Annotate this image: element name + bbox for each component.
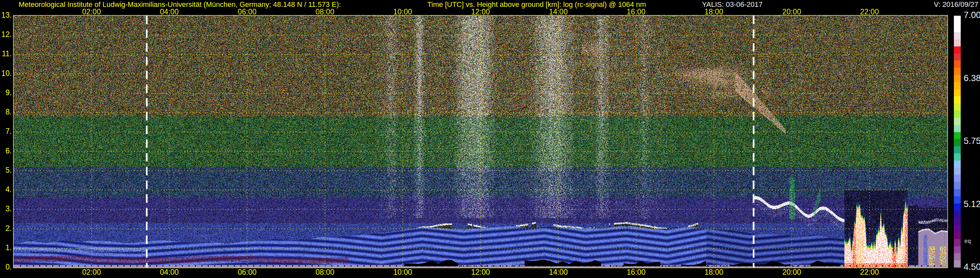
colorbar-segment: [954, 68, 961, 75]
colorbar-segment: [954, 175, 961, 182]
y-axis-tick: 1.: [0, 244, 12, 251]
colorbar-segment: [954, 153, 961, 161]
x-axis-tick-top: 22:00: [860, 8, 879, 16]
x-axis-tick-bottom: 04:00: [160, 268, 179, 276]
colorbar-tick-label: 5.75: [964, 137, 980, 145]
colorbar-segment: [954, 189, 961, 196]
plot-area: [13, 15, 948, 268]
colorbar-segment: [954, 118, 961, 125]
colorbar-segment: [954, 225, 961, 232]
colorbar-segment: [954, 210, 961, 217]
lidar-quicklook-page: Meteorological Institute of Ludwig-Maxim…: [0, 0, 980, 278]
colorbar-segment: [954, 217, 961, 225]
colorbar-segment: [954, 182, 961, 189]
colorbar-segment: [954, 232, 961, 239]
y-axis-tick: 10.: [0, 70, 12, 77]
colorbar-segment: [954, 260, 961, 268]
x-axis-tick-top: 08:00: [315, 8, 334, 16]
colorbar-segment: [954, 39, 961, 46]
x-axis-tick-top: 20:00: [783, 8, 801, 16]
colorbar-segment: [954, 54, 961, 61]
x-axis-tick-bottom: 14:00: [549, 268, 568, 276]
version-label: V: 2016/09/27: [934, 1, 978, 8]
colorbar-segment: [954, 239, 961, 246]
x-axis-tick-bottom: 18:00: [705, 268, 724, 276]
colorbar-segment: [954, 253, 961, 260]
x-axis-tick-top: 18:00: [705, 8, 724, 16]
colorbar-tick-label: 5.12: [964, 200, 980, 209]
colorbar-segment: [954, 103, 961, 110]
x-axis-tick-top: 04:00: [160, 8, 179, 16]
colorbar-segment: [954, 168, 961, 175]
y-axis-tick: 5.: [0, 166, 12, 174]
institute-title: Meteorological Institute of Ludwig-Maxim…: [19, 1, 341, 8]
colorbar-segment: [954, 146, 961, 153]
lidar-heatmap-canvas: [14, 16, 947, 268]
colorbar-tick-label: 6.38: [964, 74, 980, 83]
x-axis-tick-bottom: 08:00: [315, 268, 334, 276]
colorbar-segment: [954, 110, 961, 118]
y-axis-tick: 0.: [0, 263, 12, 271]
x-axis-tick-bottom: 16:00: [627, 268, 646, 276]
x-axis-tick-bottom: 06:00: [238, 268, 257, 276]
y-axis-tick: 9.: [0, 89, 12, 96]
x-axis-tick-bottom: 22:00: [860, 268, 879, 276]
colorbar-segment: [954, 16, 961, 32]
x-axis-tick-bottom: 02:00: [82, 268, 101, 276]
x-axis-tick-top: 12:00: [471, 8, 490, 16]
colorbar-segment: [954, 132, 961, 139]
instrument-date-label: YALIS: 03-06-2017: [702, 1, 763, 8]
x-axis-tick-top: 16:00: [627, 8, 646, 16]
y-axis-tick: 6.: [0, 147, 12, 155]
colorbar-segment: [954, 46, 961, 54]
y-axis-tick: 12.: [0, 31, 12, 38]
colorbar-segment: [954, 96, 961, 103]
y-axis-tick: 7.: [0, 128, 12, 136]
y-axis-tick: 4.: [0, 186, 12, 193]
colorbar-segment: [954, 75, 961, 82]
colorbar: [954, 16, 961, 268]
x-axis-tick-bottom: 20:00: [783, 268, 801, 276]
y-axis-tick: 11.: [0, 50, 12, 58]
colorbar-tick-label: 7.00: [964, 11, 980, 20]
x-axis-tick-top: 10:00: [393, 8, 412, 16]
y-axis-tick: 8.: [0, 108, 12, 116]
colorbar-segment: [954, 32, 961, 39]
colorbar-segment: [954, 139, 961, 146]
colorbar-segment: [954, 246, 961, 254]
y-axis-tick: 3.: [0, 205, 12, 213]
colorbar-side-note: eq: [964, 238, 971, 244]
x-axis-tick-top: 14:00: [549, 8, 568, 16]
y-axis-tick: 2.: [0, 225, 12, 232]
colorbar-segment: [954, 89, 961, 96]
y-axis-tick: 13.: [0, 11, 12, 19]
colorbar-segment: [954, 82, 961, 89]
x-axis-tick-bottom: 12:00: [471, 268, 490, 276]
plot-title: Time [UTC] vs. Height above ground [km]:…: [427, 1, 646, 8]
colorbar-segment: [954, 125, 961, 132]
colorbar-tick-label: 4.50: [964, 263, 980, 272]
colorbar-segment: [954, 61, 961, 68]
x-axis-tick-top: 06:00: [238, 8, 257, 16]
x-axis-tick-top: 02:00: [82, 8, 101, 16]
x-axis-tick-bottom: 10:00: [393, 268, 412, 276]
colorbar-segment: [954, 161, 961, 168]
colorbar-segment: [954, 203, 961, 211]
colorbar-segment: [954, 196, 961, 203]
